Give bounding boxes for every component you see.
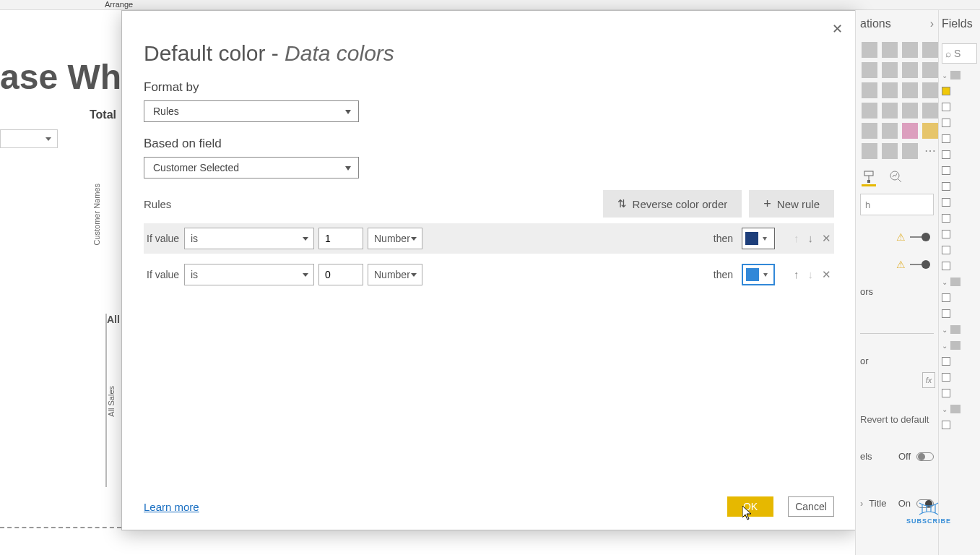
toggle-switch[interactable]: [916, 452, 934, 461]
field-item[interactable]: [942, 262, 977, 270]
format-slider[interactable]: ⚠: [896, 231, 934, 243]
viz-type-icon[interactable]: [862, 123, 877, 139]
checkbox-icon[interactable]: [942, 246, 950, 254]
viz-type-icon[interactable]: [922, 42, 938, 58]
checkbox-icon[interactable]: [942, 182, 950, 191]
ribbon-tab-arrange[interactable]: Arrange: [0, 0, 980, 10]
viz-type-icon[interactable]: [902, 82, 918, 98]
ok-button[interactable]: OK: [727, 496, 773, 517]
field-table-item[interactable]: ⌄: [942, 341, 977, 350]
field-item[interactable]: [942, 166, 977, 175]
viz-type-icon[interactable]: [862, 42, 877, 58]
viz-type-icon[interactable]: [902, 62, 918, 78]
based-on-field-dropdown[interactable]: Customer Selected: [144, 157, 359, 178]
viz-type-icon[interactable]: [862, 143, 877, 159]
viz-type-icon[interactable]: [902, 42, 918, 58]
format-tab[interactable]: [862, 169, 876, 186]
delete-icon[interactable]: ✕: [822, 232, 831, 245]
field-table-item[interactable]: ⌄: [942, 405, 977, 413]
viz-more-icon[interactable]: ⋯: [922, 143, 938, 159]
field-item[interactable]: [942, 150, 977, 159]
viz-type-icon[interactable]: [882, 123, 898, 139]
checkbox-icon[interactable]: [942, 119, 950, 127]
viz-r-icon[interactable]: [902, 123, 918, 139]
viz-type-icon[interactable]: [902, 143, 918, 159]
field-item[interactable]: [942, 119, 977, 127]
new-rule-button[interactable]: + New rule: [749, 190, 834, 218]
field-item[interactable]: [942, 198, 977, 207]
viz-type-icon[interactable]: [882, 143, 898, 159]
close-icon[interactable]: ✕: [832, 21, 843, 37]
viz-py-icon[interactable]: [922, 123, 938, 139]
checkbox-icon[interactable]: [942, 87, 950, 95]
color-picker[interactable]: [742, 228, 775, 249]
fx-button[interactable]: fx: [922, 372, 935, 388]
viz-type-icon[interactable]: [882, 42, 898, 58]
viz-type-icon[interactable]: [922, 62, 938, 78]
checkbox-icon[interactable]: [942, 214, 950, 223]
checkbox-icon[interactable]: [942, 166, 950, 175]
viz-type-icon[interactable]: [862, 82, 877, 98]
checkbox-icon[interactable]: [942, 389, 950, 397]
revert-to-default-link[interactable]: Revert to default: [860, 414, 934, 425]
chevron-right-icon[interactable]: ›: [930, 17, 934, 30]
delete-icon[interactable]: ✕: [822, 268, 831, 281]
analytics-tab[interactable]: [889, 169, 903, 186]
field-item[interactable]: [942, 246, 977, 254]
field-table-item[interactable]: ⌄: [942, 278, 977, 286]
checkbox-icon[interactable]: [942, 293, 950, 302]
viz-type-icon[interactable]: [862, 62, 877, 78]
viz-type-icon[interactable]: [882, 82, 898, 98]
color-picker[interactable]: [742, 264, 775, 285]
viz-type-icon[interactable]: [922, 82, 938, 98]
field-item[interactable]: [942, 134, 977, 143]
viz-type-icon[interactable]: [922, 103, 938, 119]
slider-track[interactable]: [910, 264, 929, 265]
field-item[interactable]: [942, 357, 977, 366]
slider-knob[interactable]: [922, 260, 930, 269]
field-item[interactable]: [942, 182, 977, 191]
checkbox-icon[interactable]: [942, 134, 950, 143]
cancel-button[interactable]: Cancel: [788, 496, 834, 517]
field-item[interactable]: [942, 389, 977, 397]
move-down-icon[interactable]: ↓: [808, 232, 814, 245]
checkbox-icon[interactable]: [942, 198, 950, 207]
slider-knob[interactable]: [922, 233, 930, 241]
format-by-dropdown[interactable]: Rules: [144, 100, 359, 122]
slider-track[interactable]: [910, 236, 929, 238]
slicer-dropdown[interactable]: [0, 129, 58, 148]
field-item[interactable]: [942, 293, 977, 302]
field-item[interactable]: [942, 309, 977, 318]
format-search-input[interactable]: h: [860, 194, 934, 215]
field-item[interactable]: [942, 373, 977, 382]
learn-more-link[interactable]: Learn more: [144, 501, 199, 513]
fields-search-input[interactable]: ⌕ S: [942, 43, 977, 64]
rule-type-dropdown[interactable]: Number: [368, 228, 422, 249]
move-up-icon[interactable]: ↑: [794, 268, 799, 281]
rule-type-dropdown[interactable]: Number: [368, 264, 422, 285]
viz-type-icon[interactable]: [882, 103, 898, 119]
checkbox-icon[interactable]: [942, 262, 950, 270]
viz-type-icon[interactable]: [862, 103, 877, 119]
field-table-item[interactable]: ⌄: [942, 71, 977, 79]
field-item[interactable]: [942, 230, 977, 238]
viz-type-icon[interactable]: [882, 62, 898, 78]
field-item[interactable]: [942, 214, 977, 223]
checkbox-icon[interactable]: [942, 357, 950, 366]
field-table-item[interactable]: ⌄: [942, 325, 977, 334]
viz-type-icon[interactable]: [902, 103, 918, 119]
field-item[interactable]: [942, 103, 977, 111]
format-slider[interactable]: ⚠: [896, 259, 934, 270]
checkbox-icon[interactable]: [942, 421, 950, 429]
checkbox-icon[interactable]: [942, 103, 950, 111]
field-item[interactable]: [942, 87, 977, 95]
checkbox-icon[interactable]: [942, 230, 950, 238]
checkbox-icon[interactable]: [942, 150, 950, 159]
checkbox-icon[interactable]: [942, 373, 950, 382]
checkbox-icon[interactable]: [942, 309, 950, 318]
rule-operator-dropdown[interactable]: is: [184, 228, 314, 249]
rule-value-input[interactable]: [318, 264, 363, 285]
reverse-color-order-button[interactable]: ⇅ Reverse color order: [603, 190, 742, 218]
chevron-right-icon[interactable]: ›: [860, 498, 863, 509]
rule-value-input[interactable]: [318, 228, 363, 249]
